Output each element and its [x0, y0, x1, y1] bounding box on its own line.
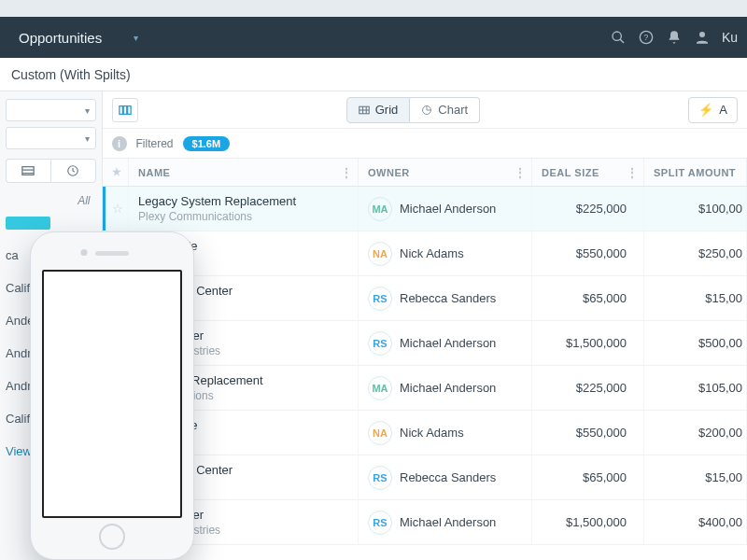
row-owner-cell[interactable]: MAMichael Anderson: [359, 187, 532, 231]
table-row[interactable]: ☆Data Centerdence IndustriesRSMichael An…: [103, 500, 747, 545]
row-deal-size: $65,000: [532, 276, 644, 321]
col-deal[interactable]: DEAL SIZE⋮: [532, 159, 644, 187]
grid-view-button[interactable]: Grid: [346, 97, 411, 123]
row-owner-cell[interactable]: NANick Adams: [359, 231, 532, 276]
owner-name: Rebecca Sanders: [400, 470, 496, 484]
sidebar-active-indicator: [6, 217, 50, 230]
owner-avatar: NA: [368, 421, 392, 445]
svg-point-4: [699, 32, 705, 37]
avatar-icon[interactable]: [688, 23, 716, 51]
table-row[interactable]: ☆y System ReplacementommunicationsMAMich…: [103, 366, 747, 411]
row-deal-size: $65,000: [532, 455, 644, 500]
info-icon: i: [112, 136, 127, 151]
phone-screen: [42, 270, 182, 518]
chart-view-button[interactable]: Chart: [410, 97, 480, 123]
row-deal-size: $550,000: [532, 411, 644, 455]
bolt-icon: ⚡: [698, 103, 713, 117]
kebab-icon[interactable]: ⋮: [514, 166, 527, 179]
col-owner[interactable]: OWNER⋮: [359, 159, 532, 187]
auto-label: A: [719, 103, 727, 117]
columns-config-button[interactable]: [112, 98, 138, 122]
page-title: Custom (With Spilts): [11, 67, 131, 82]
owner-avatar: MA: [368, 376, 392, 400]
table-row[interactable]: ☆unications CenterCorpRSRebecca Sanders$…: [103, 455, 747, 500]
row-deal-size: $225,000: [532, 187, 644, 231]
row-deal-size: $1,500,000: [532, 500, 644, 545]
filter-all[interactable]: All: [6, 194, 96, 207]
page-title-bar: Custom (With Spilts): [0, 58, 747, 91]
row-name-cell[interactable]: Legacy System ReplacementPlexy Communica…: [129, 187, 359, 231]
row-star[interactable]: ☆: [103, 187, 129, 231]
layout-toggle-history[interactable]: [50, 159, 96, 183]
table-row[interactable]: ☆Legacy System ReplacementPlexy Communic…: [103, 187, 747, 231]
opportunity-account: Plexy Communications: [138, 210, 348, 223]
svg-rect-11: [127, 105, 131, 114]
filter-amount-badge[interactable]: $1.6M: [183, 136, 231, 151]
bell-icon[interactable]: [660, 23, 688, 51]
module-dropdown[interactable]: Opportunities ▾: [9, 24, 148, 51]
row-split-amount: $15,00: [644, 276, 747, 321]
owner-name: Michael Anderson: [400, 381, 496, 395]
star-icon: ★: [112, 166, 122, 177]
row-owner-cell[interactable]: RSMichael Anderson: [359, 321, 532, 366]
row-owner-cell[interactable]: RSRebecca Sanders: [359, 455, 532, 500]
row-split-amount: $500,00: [644, 321, 747, 366]
help-icon[interactable]: ?: [632, 23, 660, 51]
owner-name: Michael Anderson: [400, 336, 496, 350]
view-toggle: Grid Chart: [346, 97, 480, 123]
row-split-amount: $250,00: [644, 231, 747, 276]
owner-avatar: RS: [368, 466, 392, 490]
filter-summary: i Filtered $1.6M: [103, 129, 748, 159]
svg-rect-9: [119, 105, 122, 114]
opportunities-table: ★ NAME⋮ OWNER⋮ DEAL SIZE⋮ SPLIT AMOUNT ☆…: [103, 159, 748, 545]
chevron-down-icon: ▾: [85, 105, 90, 116]
sidebar-select-1[interactable]: ▾: [6, 99, 96, 121]
svg-rect-10: [123, 105, 127, 114]
module-label: Opportunities: [19, 30, 102, 46]
search-icon[interactable]: [604, 23, 632, 51]
col-name[interactable]: NAME⋮: [129, 159, 359, 187]
phone-speaker: [95, 251, 129, 256]
owner-avatar: MA: [368, 197, 392, 221]
table-row[interactable]: ☆unications CenterCorpRSRebecca Sanders$…: [103, 276, 747, 321]
row-split-amount: $200,00: [644, 411, 747, 455]
kebab-icon[interactable]: ⋮: [627, 166, 639, 179]
kebab-icon[interactable]: ⋮: [341, 166, 353, 179]
owner-name: Nick Adams: [400, 426, 464, 440]
owner-name: Michael Anderson: [400, 515, 496, 529]
opportunity-name: Legacy System Replacement: [138, 194, 348, 208]
chart-label: Chart: [438, 103, 468, 117]
svg-line-1: [620, 39, 624, 43]
svg-text:?: ?: [643, 33, 648, 42]
row-owner-cell[interactable]: RSRebecca Sanders: [359, 276, 532, 321]
row-split-amount: $105,00: [644, 366, 747, 411]
owner-avatar: RS: [368, 287, 392, 311]
col-star[interactable]: ★: [103, 159, 129, 187]
svg-point-0: [613, 32, 621, 40]
row-owner-cell[interactable]: NANick Adams: [359, 411, 532, 455]
owner-avatar: RS: [368, 331, 392, 356]
filtered-label: Filtered: [136, 137, 174, 150]
sidebar-select-2[interactable]: ▾: [6, 127, 96, 149]
row-owner-cell[interactable]: MAMichael Anderson: [359, 366, 532, 411]
row-split-amount: $15,00: [644, 455, 747, 500]
phone-camera: [81, 249, 88, 256]
quick-action-button[interactable]: ⚡ A: [688, 97, 738, 123]
col-split[interactable]: SPLIT AMOUNT: [644, 159, 747, 187]
phone-mockup: [30, 231, 194, 560]
chevron-down-icon: ▾: [134, 33, 138, 43]
table-row[interactable]: ☆ty UpgradeServicesNANick Adams$550,000$…: [103, 411, 747, 455]
phone-home-button: [99, 524, 125, 550]
row-deal-size: $550,000: [532, 231, 644, 276]
user-short: Ku: [722, 30, 738, 45]
layout-toggle-list[interactable]: [6, 159, 50, 183]
chevron-down-icon: ▾: [85, 133, 90, 144]
top-navbar: Opportunities ▾ ? Ku: [0, 17, 747, 58]
table-row[interactable]: ☆ty UpgradeServicesNANick Adams$550,000$…: [103, 231, 747, 276]
row-deal-size: $1,500,000: [532, 321, 644, 366]
row-owner-cell[interactable]: RSMichael Anderson: [359, 500, 532, 545]
grid-label: Grid: [375, 103, 399, 117]
table-row[interactable]: ☆Data Centerdence IndustriesRSMichael An…: [103, 321, 747, 366]
row-deal-size: $225,000: [532, 366, 644, 411]
row-split-amount: $400,00: [644, 500, 747, 545]
